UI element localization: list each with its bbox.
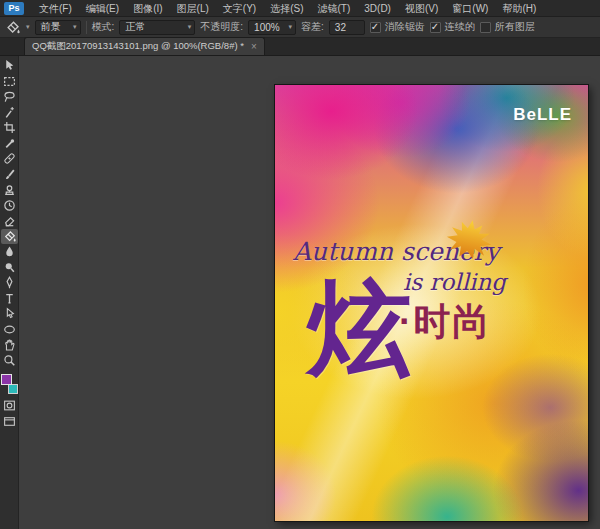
belle-logo: BeLLE — [513, 105, 572, 125]
chevron-down-icon — [289, 23, 293, 31]
marquee-icon — [3, 75, 16, 88]
screen-mode-button[interactable] — [1, 414, 18, 429]
opacity-value: 100% — [254, 22, 280, 33]
options-bar: 前景 模式: 正常 不透明度: 100% 容差: 32 消除锯齿 连续的 所有图… — [0, 17, 600, 38]
mode-label: 模式: — [92, 20, 115, 34]
quick-mask-icon — [3, 399, 16, 412]
contiguous-option[interactable]: 连续的 — [430, 20, 475, 34]
tool-ellipse-shape[interactable] — [1, 322, 18, 337]
tool-lasso[interactable] — [1, 89, 18, 104]
menu-window[interactable]: 窗口(W) — [445, 0, 495, 17]
menu-layer[interactable]: 图层(L) — [170, 0, 216, 17]
photoshop-window: Ps 文件(F) 编辑(E) 图像(I) 图层(L) 文字(Y) 选择(S) 滤… — [0, 0, 600, 529]
all-layers-label: 所有图层 — [495, 20, 535, 34]
canvas-area[interactable]: BeLLE Autumn scenery is rolling 炫 ·时尚 — [19, 56, 600, 529]
tool-brush[interactable] — [1, 167, 18, 182]
tool-blur[interactable] — [1, 244, 18, 259]
ellipse-shape-icon — [3, 323, 16, 336]
document-tab[interactable]: QQ截图20170913143101.png @ 100%(RGB/8#) * … — [24, 37, 265, 55]
tab-close-icon[interactable]: × — [251, 41, 257, 52]
tool-preset-picker[interactable] — [5, 20, 30, 35]
menu-3d[interactable]: 3D(D) — [357, 0, 398, 17]
opacity-label: 不透明度: — [200, 20, 243, 34]
zoom-icon — [3, 354, 16, 367]
tool-hand[interactable] — [1, 337, 18, 352]
menu-edit[interactable]: 编辑(E) — [79, 0, 126, 17]
screen-mode-icon — [3, 415, 16, 428]
tool-rectangular-marquee[interactable] — [1, 74, 18, 89]
tolerance-label: 容差: — [301, 20, 324, 34]
tool-eraser[interactable] — [1, 213, 18, 228]
healing-brush-icon — [3, 152, 16, 165]
quick-mask-button[interactable] — [1, 398, 18, 413]
brush-icon — [3, 168, 16, 181]
tools-panel — [0, 56, 19, 529]
anti-alias-option[interactable]: 消除锯齿 — [370, 20, 425, 34]
all-layers-checkbox[interactable] — [480, 22, 491, 33]
mode-value: 正常 — [125, 20, 145, 34]
lasso-icon — [3, 90, 16, 103]
menu-file[interactable]: 文件(F) — [32, 0, 79, 17]
paint-bucket-icon — [5, 20, 20, 35]
pen-icon — [3, 276, 16, 289]
tool-clone-stamp[interactable] — [1, 182, 18, 197]
tool-history-brush[interactable] — [1, 198, 18, 213]
tool-path-selection[interactable] — [1, 306, 18, 321]
contiguous-checkbox[interactable] — [430, 22, 441, 33]
document-tab-bar: QQ截图20170913143101.png @ 100%(RGB/8#) * … — [0, 38, 600, 56]
chevron-down-icon — [26, 23, 30, 31]
tool-pen[interactable] — [1, 275, 18, 290]
options-separator — [86, 21, 87, 34]
tolerance-value: 32 — [335, 22, 346, 33]
dodge-icon — [3, 261, 16, 274]
tolerance-input[interactable]: 32 — [329, 20, 365, 35]
chevron-down-icon — [73, 23, 77, 31]
anti-alias-label: 消除锯齿 — [385, 20, 425, 34]
hand-icon — [3, 338, 16, 351]
path-selection-icon — [3, 307, 16, 320]
all-layers-option[interactable]: 所有图层 — [480, 20, 535, 34]
poster-headline-suffix: ·时尚 — [399, 297, 491, 347]
foreground-color-swatch[interactable] — [1, 374, 12, 385]
fill-source-dropdown[interactable]: 前景 — [35, 20, 81, 35]
paint-bucket-icon — [3, 230, 16, 243]
history-brush-icon — [3, 199, 16, 212]
background-color-swatch[interactable] — [8, 384, 18, 394]
poster-headline-char: 炫 — [307, 273, 411, 382]
tool-paint-bucket[interactable] — [1, 229, 18, 244]
magic-wand-icon — [3, 106, 16, 119]
crop-icon — [3, 121, 16, 134]
tool-magic-wand[interactable] — [1, 105, 18, 120]
menu-filter[interactable]: 滤镜(T) — [311, 0, 358, 17]
opacity-dropdown[interactable]: 100% — [248, 20, 296, 35]
menu-type[interactable]: 文字(Y) — [216, 0, 263, 17]
poster-document[interactable]: BeLLE Autumn scenery is rolling 炫 ·时尚 — [275, 85, 588, 521]
clone-stamp-icon — [3, 183, 16, 196]
tool-eyedropper[interactable] — [1, 136, 18, 151]
tool-move[interactable] — [1, 58, 18, 73]
anti-alias-checkbox[interactable] — [370, 22, 381, 33]
tool-type[interactable] — [1, 291, 18, 306]
move-tool-icon — [3, 59, 16, 72]
fill-source-value: 前景 — [41, 20, 61, 34]
document-tab-label: QQ截图20170913143101.png @ 100%(RGB/8#) * — [32, 40, 244, 53]
blur-drop-icon — [3, 245, 16, 258]
menu-help[interactable]: 帮助(H) — [495, 0, 543, 17]
menu-select[interactable]: 选择(S) — [263, 0, 310, 17]
color-swatches[interactable] — [1, 374, 18, 394]
type-tool-icon — [3, 292, 16, 305]
mode-dropdown[interactable]: 正常 — [119, 20, 195, 35]
ps-logo: Ps — [4, 2, 24, 15]
maple-leaf-graphic — [439, 213, 499, 269]
poster-script-line2: is rolling — [403, 269, 506, 295]
menu-bar: Ps 文件(F) 编辑(E) 图像(I) 图层(L) 文字(Y) 选择(S) 滤… — [0, 0, 600, 17]
contiguous-label: 连续的 — [445, 20, 475, 34]
tool-healing-brush[interactable] — [1, 151, 18, 166]
eraser-icon — [3, 214, 16, 227]
tool-zoom[interactable] — [1, 353, 18, 368]
eyedropper-icon — [3, 137, 16, 150]
menu-image[interactable]: 图像(I) — [126, 0, 169, 17]
menu-view[interactable]: 视图(V) — [398, 0, 445, 17]
tool-crop[interactable] — [1, 120, 18, 135]
tool-dodge[interactable] — [1, 260, 18, 275]
